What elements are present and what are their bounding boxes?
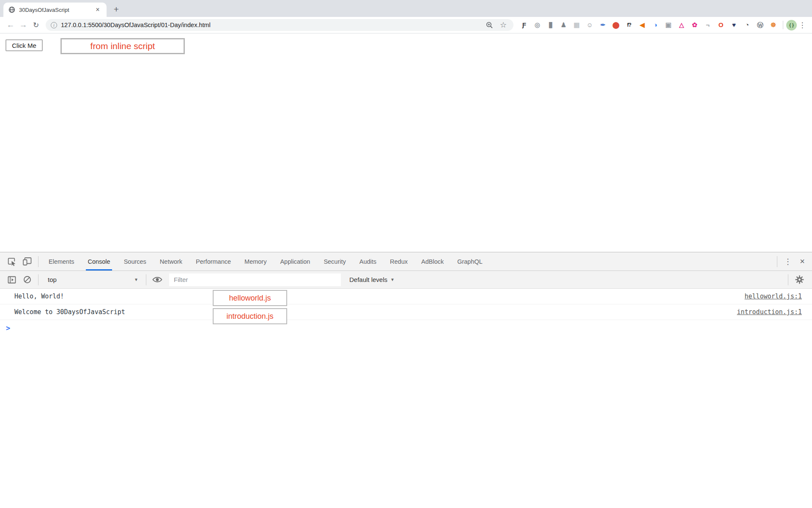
- javascript-context-select[interactable]: top ▼: [42, 276, 143, 283]
- tab-audits[interactable]: Audits: [353, 252, 383, 271]
- grid-icon[interactable]: ▦: [570, 19, 583, 31]
- levels-label: Default levels: [349, 276, 387, 283]
- tag-icon[interactable]: ¬: [701, 19, 714, 31]
- profile-avatar[interactable]: { }: [786, 20, 797, 30]
- console-message-text: Hello, World!: [14, 293, 745, 300]
- console-prompt-chevron-icon[interactable]: >: [0, 320, 812, 332]
- chevron-down-icon: ▼: [134, 277, 138, 282]
- tab-application[interactable]: Application: [273, 252, 317, 271]
- annotation-helloworld: helloworld.js: [213, 290, 287, 306]
- reload-icon[interactable]: ↻: [30, 21, 42, 30]
- megaphone-icon[interactable]: ◀: [636, 19, 649, 31]
- clear-console-icon[interactable]: [19, 271, 35, 288]
- browser-window: 30DaysOfJavaScript × + ← → ↻ i 127.0.0.1…: [0, 0, 812, 508]
- color-ring-icon[interactable]: ☸: [767, 19, 780, 31]
- back-icon[interactable]: ←: [4, 20, 17, 30]
- camera-icon[interactable]: ▣: [662, 19, 675, 31]
- radar-icon[interactable]: ◎: [531, 19, 544, 31]
- console-toolbar-separator: [788, 274, 788, 285]
- console-message-row: Welcome to 30DaysOfJavaScript introducti…: [0, 304, 812, 320]
- devtools-close-icon[interactable]: ×: [795, 257, 809, 266]
- fonts-ninja-icon[interactable]: Ƒ: [518, 19, 531, 31]
- console-source-link[interactable]: introduction.js:1: [737, 308, 802, 316]
- page-info-icon[interactable]: i: [51, 22, 57, 28]
- tab-close-icon[interactable]: ×: [94, 6, 102, 13]
- heart-search-icon[interactable]: ♥: [727, 19, 741, 31]
- tab-performance[interactable]: Performance: [189, 252, 238, 271]
- zoom-in-icon[interactable]: [484, 22, 494, 29]
- console-source-link[interactable]: helloworld.js:1: [745, 293, 802, 300]
- settings-gear-icon[interactable]: [792, 271, 807, 288]
- blue-orb-icon[interactable]: ◑: [649, 19, 662, 31]
- pink-flower-icon[interactable]: ✿: [688, 19, 701, 31]
- tab-sources[interactable]: Sources: [117, 252, 153, 271]
- url-text[interactable]: 127.0.0.1:5500/30DaysOfJavaScript/01-Day…: [61, 22, 480, 28]
- tab-security[interactable]: Security: [317, 252, 352, 271]
- inline-script-box: from inline script: [60, 38, 185, 54]
- filter-input[interactable]: [169, 273, 341, 286]
- emoji-icon[interactable]: ☺: [583, 19, 596, 31]
- tab-redux[interactable]: Redux: [383, 252, 414, 271]
- console-sidebar-toggle-icon[interactable]: [4, 271, 19, 288]
- tab-title: 30DaysOfJavaScript: [19, 7, 90, 13]
- w-circle-icon[interactable]: Ⓦ: [754, 19, 767, 31]
- columns-icon[interactable]: ▐▌: [544, 19, 557, 31]
- inspect-element-icon[interactable]: [4, 252, 19, 271]
- click-me-button[interactable]: Click Me: [5, 39, 43, 51]
- console-message-text: Welcome to 30DaysOfJavaScript: [14, 308, 737, 316]
- bug-icon[interactable]: ♟: [557, 19, 570, 31]
- address-bar[interactable]: i 127.0.0.1:5500/30DaysOfJavaScript/01-D…: [46, 19, 513, 31]
- devtools-separator: [38, 256, 38, 267]
- tab-console[interactable]: Console: [81, 252, 117, 271]
- console-output: Hello, World! helloworld.js:1 Welcome to…: [0, 289, 812, 508]
- gauge-icon[interactable]: ◔: [741, 19, 754, 31]
- whatfont-icon[interactable]: f?: [623, 19, 636, 31]
- chevron-down-icon: ▼: [390, 277, 395, 282]
- console-toolbar-separator: [146, 274, 146, 285]
- console-message-row: Hello, World! helloworld.js:1: [0, 289, 812, 304]
- tab-strip: 30DaysOfJavaScript × +: [0, 0, 812, 17]
- globe-favicon-icon: [8, 6, 15, 13]
- pink-triangle-icon[interactable]: △: [675, 19, 688, 31]
- stop-hand-icon[interactable]: ⬤: [609, 19, 623, 31]
- toolbar-separator: [783, 21, 783, 29]
- bookmark-star-icon[interactable]: ☆: [498, 20, 508, 30]
- context-selected-label: top: [48, 276, 57, 283]
- console-toolbar: top ▼ Default levels ▼: [0, 271, 812, 289]
- device-toolbar-icon[interactable]: [19, 252, 35, 271]
- console-toolbar-separator: [38, 274, 38, 285]
- devtools-menu-icon[interactable]: ⋮: [781, 257, 795, 266]
- tab-adblock[interactable]: AdBlock: [414, 252, 450, 271]
- live-expression-eye-icon[interactable]: [150, 271, 165, 288]
- annotation-introduction: introduction.js: [213, 308, 287, 324]
- red-o-icon[interactable]: O: [714, 19, 727, 31]
- extensions-area: Ƒ ◎ ▐▌ ♟ ▦ ☺ ✒ ⬤ f? ◀ ◑ ▣ △ ✿ ¬ O ♥ ◔ Ⓦ …: [518, 19, 780, 31]
- eyedropper-icon[interactable]: ✒: [596, 19, 609, 31]
- tab-elements[interactable]: Elements: [42, 252, 81, 271]
- new-tab-button[interactable]: +: [110, 3, 123, 16]
- browser-tab[interactable]: 30DaysOfJavaScript ×: [3, 3, 107, 17]
- browser-toolbar: ← → ↻ i 127.0.0.1:5500/30DaysOfJavaScrip…: [0, 17, 812, 33]
- forward-icon[interactable]: →: [17, 20, 30, 30]
- devtools-separator: [777, 256, 777, 267]
- tab-memory[interactable]: Memory: [238, 252, 273, 271]
- devtools-panel: Elements Console Sources Network Perform…: [0, 252, 812, 508]
- tab-network[interactable]: Network: [153, 252, 189, 271]
- browser-menu-icon[interactable]: ⋮: [797, 21, 808, 30]
- page-content: Click Me from inline script: [0, 33, 812, 251]
- tab-graphql[interactable]: GraphQL: [450, 252, 489, 271]
- devtools-tab-bar: Elements Console Sources Network Perform…: [0, 252, 812, 271]
- log-levels-select[interactable]: Default levels ▼: [349, 276, 395, 283]
